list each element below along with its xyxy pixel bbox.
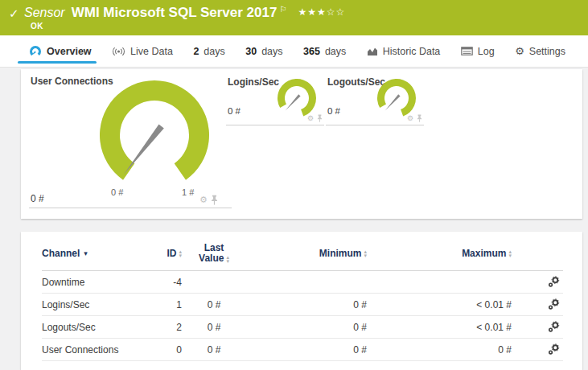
gauge-settings-gear-icon[interactable]: ⚙ [307, 114, 314, 122]
channel-table-panel: Channel ▾ ID ▴▾ Last Value ▴▾ Minimum ▴▾… [21, 232, 582, 370]
sensor-status-text: OK [31, 22, 43, 31]
edit-channel-gears-icon[interactable] [516, 298, 560, 310]
table-row: Downtime -4 [42, 271, 563, 294]
tab-number: 365 [303, 46, 320, 57]
channel-maximum: < 0.01 # [476, 322, 512, 333]
tab-label: days [325, 46, 346, 57]
channel-id: 1 [176, 299, 182, 310]
tab-30-days[interactable]: 30 days [245, 35, 282, 68]
tab-label: Live Data [130, 46, 173, 57]
status-ok-check-icon: ✓ [9, 6, 19, 21]
gauge-settings-gear-icon[interactable]: ⚙ [199, 195, 208, 205]
priority-stars[interactable]: ★★★☆☆ [298, 6, 345, 18]
pin-icon[interactable] [417, 114, 422, 122]
channel-minimum: 0 # [353, 344, 367, 356]
tab-label: Log [478, 46, 495, 57]
pin-icon[interactable] [211, 195, 218, 205]
channel-id: -4 [173, 277, 182, 288]
gear-icon: ⚙ [515, 45, 524, 57]
edit-channel-gears-icon[interactable] [516, 343, 560, 356]
tab-live-data[interactable]: Live Data [112, 35, 173, 68]
table-row: Logins/Sec 1 0 # 0 # < 0.01 # [42, 294, 563, 316]
tab-settings[interactable]: ⚙ Settings [515, 35, 565, 68]
logins-sec-gauge-widget: Logins/Sec 0 # ⚙ [226, 74, 324, 125]
channel-minimum: 0 # [353, 299, 367, 310]
channel-id: 2 [176, 322, 182, 333]
gauge-axis-line [29, 208, 232, 208]
tab-number: 30 [245, 46, 257, 57]
channel-maximum: < 0.01 # [476, 299, 512, 310]
tab-number: 2 [193, 46, 199, 57]
edit-channel-gears-icon[interactable] [516, 321, 560, 333]
table-row: Logouts/Sec 2 0 # 0 # < 0.01 # [42, 316, 563, 339]
table-row: User Connections 0 0 # 0 # 0 # [42, 339, 563, 361]
tab-historic-data[interactable]: Historic Data [367, 35, 441, 68]
sort-icon: ▴▾ [226, 255, 229, 263]
tab-label: Settings [529, 46, 565, 57]
flag-icon[interactable]: ⚐ [279, 5, 286, 14]
sort-icon: ▴▾ [508, 249, 512, 257]
stars-filled: ★★★ [298, 6, 326, 18]
tab-log[interactable]: Log [461, 35, 495, 68]
broadcast-icon [112, 47, 125, 56]
pin-icon[interactable] [317, 114, 323, 122]
gauge-settings-gear-icon[interactable]: ⚙ [407, 114, 413, 122]
log-icon [461, 47, 473, 56]
channel-last-value: 0 # [208, 299, 221, 310]
object-kind-label: Sensor [24, 6, 65, 19]
channel-last-value: 0 # [208, 322, 221, 333]
tab-2-days[interactable]: 2 days [193, 35, 224, 68]
gauge-scale-max: 1 # [182, 187, 194, 197]
area-chart-icon [367, 47, 378, 56]
mini-gauge-value: 0 # [228, 106, 241, 116]
stars-empty: ☆☆ [327, 6, 346, 18]
column-header-id[interactable]: ID ▴▾ [167, 248, 182, 259]
gauge-icon [29, 46, 42, 57]
tab-bar: Overview Live Data 2 days 30 days 365 da… [0, 35, 588, 68]
sort-icon: ▴▾ [179, 249, 182, 257]
primary-gauge-value: 0 # [31, 193, 44, 204]
gauges-panel: User Connections 0 # 1 # 0 # ⚙ Logins/Se… [21, 69, 582, 219]
tab-365-days[interactable]: 365 days [303, 35, 346, 68]
channel-name[interactable]: User Connections [42, 344, 154, 356]
channel-minimum: 0 # [353, 322, 367, 333]
logins-sec-gauge [276, 77, 318, 119]
column-header-maximum[interactable]: Maximum ▴▾ [462, 248, 512, 259]
mini-gauge-title: Logins/Sec [228, 76, 279, 88]
column-header-minimum[interactable]: Minimum ▴▾ [319, 248, 367, 259]
channel-name[interactable]: Downtime [42, 277, 154, 288]
sort-descending-icon: ▾ [84, 249, 88, 257]
channel-id: 0 [176, 344, 182, 356]
sort-icon: ▴▾ [364, 249, 367, 257]
channel-maximum: 0 # [498, 344, 512, 356]
mini-gauge-value: 0 # [327, 106, 340, 116]
table-header-row: Channel ▾ ID ▴▾ Last Value ▴▾ Minimum ▴▾… [42, 232, 563, 271]
edit-channel-gears-icon[interactable] [516, 276, 560, 288]
logouts-sec-gauge-widget: Logouts/Sec 0 # ⚙ [326, 74, 424, 125]
tab-label: days [261, 46, 282, 57]
channel-name[interactable]: Logouts/Sec [42, 322, 154, 333]
user-connections-gauge [94, 79, 215, 191]
channel-last-value: 0 # [208, 344, 221, 356]
tab-overview[interactable]: Overview [29, 35, 92, 68]
sensor-name: WMI Microsoft SQL Server 2017 [72, 5, 278, 20]
tab-label: Overview [47, 46, 92, 57]
tab-label: Historic Data [383, 46, 441, 57]
gauge-scale-min: 0 # [111, 187, 123, 197]
tab-label: days [204, 46, 224, 57]
column-header-channel[interactable]: Channel ▾ [42, 248, 154, 259]
logouts-sec-gauge [376, 77, 417, 119]
column-header-last-value[interactable]: Last Value ▴▾ [199, 243, 229, 264]
sensor-title-bar: ✓ SensorWMI Microsoft SQL Server 2017⚐★★… [0, 0, 588, 35]
channel-name[interactable]: Logins/Sec [42, 299, 154, 310]
